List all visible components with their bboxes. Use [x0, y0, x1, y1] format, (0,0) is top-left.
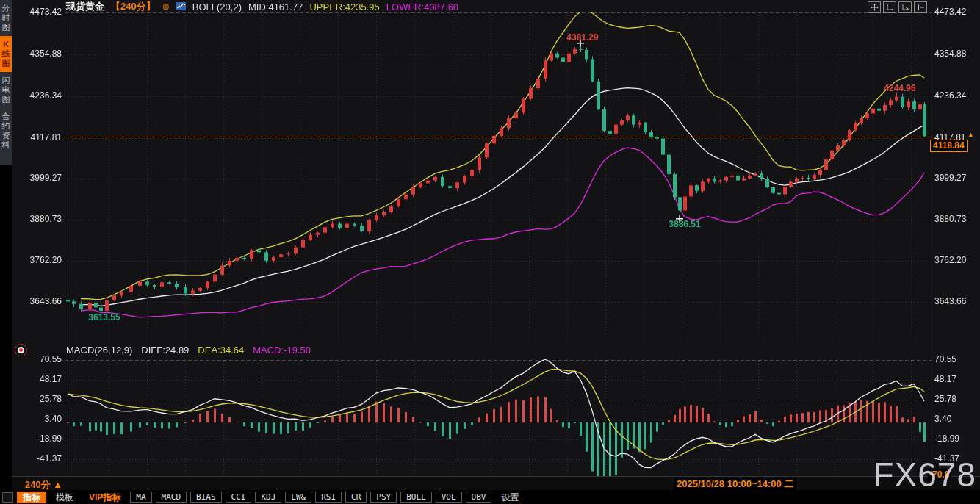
macd-axis-label-right: 3.40	[934, 414, 951, 424]
boll-label: BOLL(20,2)	[192, 1, 242, 12]
toolbar-item-设置[interactable]: 设置	[495, 492, 525, 503]
alert-icon[interactable]	[15, 344, 27, 356]
recent-high-label: 4244.96	[884, 83, 915, 93]
price-axis-label-right: 3762.20	[934, 255, 966, 265]
sidebar-item-分时图[interactable]: 分时图	[0, 0, 12, 36]
toolbar-menu-icon[interactable]	[2, 492, 13, 503]
macd-axis-label-right: 48.17	[934, 374, 956, 384]
macd-axis-label-left: -18.99	[13, 433, 62, 444]
macd-title: MACD(26,12,9)	[66, 345, 132, 356]
boll-lower-value: LOWER:4087.60	[386, 1, 458, 12]
toolbar-item-BOLL[interactable]: BOLL	[400, 492, 432, 503]
boll-mid-value: MID:4161.77	[248, 1, 303, 12]
macd-header: MACD(26,12,9) DIFF:24.89 DEA:34.64 MACD:…	[66, 345, 311, 356]
price-up-arrow-icon: ▲	[968, 132, 974, 137]
toolbar-item-OBV[interactable]: OBV	[466, 492, 492, 503]
price-axis-label-left: 3880.73	[13, 214, 62, 224]
toolbar-item-MACD[interactable]: MACD	[156, 492, 187, 503]
session-low-label: 3886.51	[669, 219, 700, 229]
price-axis-label-right: 4236.34	[934, 90, 966, 101]
price-axis-label-right: 3999.27	[934, 173, 966, 183]
toolbar-item-指标[interactable]: 指标	[17, 492, 46, 503]
price-axis-label-right: 4473.42	[934, 7, 966, 17]
toolbar-item-RSI[interactable]: RSI	[315, 492, 342, 503]
toolbar-item-VIP指标[interactable]: VIP指标	[83, 492, 126, 503]
time-axis	[0, 477, 980, 490]
macd-dea-value: DEA:34.64	[198, 345, 244, 356]
toolbar-item-PSY[interactable]: PSY	[370, 492, 397, 503]
macd-axis-label-left: 25.78	[13, 394, 62, 404]
price-axis-label-right: 3643.66	[934, 296, 966, 306]
trading-app-window: 现货黄金 【240分】 ⊕ BOLL(20,2) MID:4161.77 UPP…	[0, 0, 980, 504]
toolbar-item-MA[interactable]: MA	[130, 492, 151, 503]
sidebar-item-闪电图[interactable]: 闪电图	[0, 72, 12, 108]
toolbar-item-VOL[interactable]: VOL	[436, 492, 462, 503]
sidebar-item-K线图[interactable]: K线图	[0, 36, 12, 72]
price-axis-label-right: 4354.88	[934, 48, 966, 59]
x-axis-scale-icon[interactable]	[883, 1, 896, 13]
y-axis-scale-icon[interactable]	[898, 1, 912, 13]
price-axis-label-left: 4354.88	[13, 48, 62, 59]
macd-axis-label-right: 25.78	[934, 394, 956, 404]
symbol-name: 现货黄金	[66, 0, 104, 13]
collapse-panel-icon[interactable]	[914, 1, 927, 13]
chart-overlay: 现货黄金 【240分】 ⊕ BOLL(20,2) MID:4161.77 UPP…	[0, 0, 980, 504]
left-low-label: 3613.55	[88, 312, 120, 323]
toolbar-item-LW&[interactable]: LW&	[285, 492, 311, 503]
macd-axis-label-right: 70.55	[934, 354, 956, 364]
macd-axis-label-left: 3.40	[13, 414, 62, 424]
boll-upper-value: UPPER:4235.95	[309, 1, 379, 12]
price-axis-label-left: 3762.20	[13, 255, 62, 265]
macd-axis-label-left: 48.17	[13, 374, 62, 384]
session-high-label: 4381.29	[566, 32, 598, 43]
macd-diff-value: DIFF:24.89	[141, 345, 189, 356]
macd-axis-label-right: -18.99	[934, 433, 959, 444]
toolbar-item-CCI[interactable]: CCI	[226, 492, 252, 503]
macd-value: MACD:-19.50	[253, 345, 311, 356]
pan-icon[interactable]	[868, 1, 881, 13]
period-label: 【240分】	[111, 0, 156, 13]
price-axis-label-left: 4473.42	[13, 7, 62, 17]
bottom-toolbar: 指标模板VIP指标MAMACDBIASCCIKDJLW&RSICRPSYBOLL…	[0, 490, 980, 504]
candlestick-chart-icon	[176, 1, 186, 12]
price-axis-label-left: 3643.66	[13, 296, 62, 306]
price-axis-label-left: 4117.81	[13, 132, 62, 143]
toolbar-item-BIAS[interactable]: BIAS	[190, 492, 222, 503]
price-axis-label-left: 4236.34	[13, 90, 62, 101]
price-axis-label-left: 3999.27	[13, 173, 62, 183]
price-axis-label-right: 3880.73	[934, 214, 966, 224]
chart-header: 现货黄金 【240分】 ⊕ BOLL(20,2) MID:4161.77 UPP…	[66, 1, 458, 12]
watermark: FX678	[873, 455, 976, 494]
macd-axis-label-left: -41.37	[13, 453, 62, 464]
toolbar-item-模板[interactable]: 模板	[50, 492, 79, 503]
sidebar-item-合约资料[interactable]: 合约资料	[0, 108, 12, 154]
add-overlay-icon[interactable]: ⊕	[162, 1, 170, 12]
toolbar-item-CR[interactable]: CR	[345, 492, 367, 503]
crosshair-date-tooltip: 2025/10/28 10:00~14:00 二	[674, 478, 796, 490]
chart-tool-icons	[868, 1, 927, 13]
toolbar-item-KDJ[interactable]: KDJ	[255, 492, 281, 503]
left-sidebar: 分时图K线图闪电图合约资料	[0, 0, 12, 504]
current-price-box: 4118.84	[930, 140, 968, 152]
